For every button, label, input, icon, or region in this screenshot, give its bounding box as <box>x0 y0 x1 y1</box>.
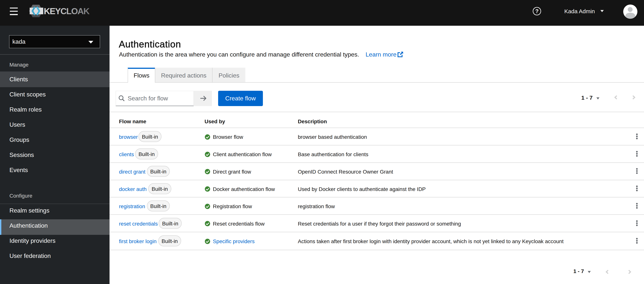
svg-text:KEYCLOAK: KEYCLOAK <box>44 6 90 16</box>
svg-text:?: ? <box>535 8 538 14</box>
